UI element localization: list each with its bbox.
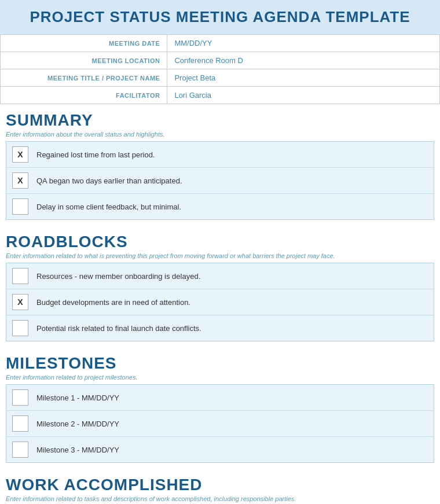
page-header: PROJECT STATUS MEETING AGENDA TEMPLATE (0, 0, 440, 34)
checkbox[interactable] (12, 442, 28, 458)
info-row: MEETING TITLE / PROJECT NAMEProject Beta (1, 69, 440, 87)
section-subtitle-work-accomplished: Enter information related to tasks and d… (0, 495, 440, 504)
list-item[interactable]: Milestone 1 - MM/DD/YY (6, 385, 434, 411)
section-subtitle-summary: Enter information about the overall stat… (0, 131, 440, 141)
info-label: MEETING TITLE / PROJECT NAME (1, 69, 167, 87)
checklist-item-text: Milestone 2 - MM/DD/YY (36, 420, 119, 428)
list-item[interactable]: XQA began two days earlier than anticipa… (6, 168, 434, 194)
info-label: MEETING LOCATION (1, 52, 167, 69)
info-value: Conference Room D (167, 52, 440, 69)
checkbox[interactable] (12, 415, 28, 432)
list-item[interactable]: Delay in some client feedback, but minim… (6, 194, 434, 219)
checklist-item-text: Regained lost time from last period. (36, 150, 155, 159)
checklist-item-text: Milestone 3 - MM/DD/YY (36, 446, 119, 454)
info-label: MEETING DATE (1, 35, 167, 52)
checklist-summary: XRegained lost time from last period.XQA… (6, 141, 434, 220)
list-item[interactable]: Milestone 2 - MM/DD/YY (6, 411, 434, 437)
checklist-milestones: Milestone 1 - MM/DD/YYMilestone 2 - MM/D… (6, 384, 434, 463)
info-row: MEETING DATEMM/DD/YY (1, 35, 440, 52)
section-title-work-accomplished: WORK ACCOMPLISHED (0, 469, 440, 495)
list-item[interactable]: XRegained lost time from last period. (6, 142, 434, 168)
page-title: PROJECT STATUS MEETING AGENDA TEMPLATE (6, 8, 434, 26)
checkbox[interactable]: X (12, 146, 28, 163)
list-item[interactable]: Resources - new member onboarding is del… (6, 263, 434, 289)
list-item[interactable]: Potential risk related to final launch d… (6, 315, 434, 341)
section-subtitle-roadblocks: Enter information related to what is pre… (0, 252, 440, 263)
info-value: Lori Garcia (167, 87, 440, 104)
checklist-item-text: Potential risk related to final launch d… (36, 324, 201, 333)
checklist-item-text: Milestone 1 - MM/DD/YY (36, 393, 119, 402)
checkbox[interactable]: X (12, 172, 28, 189)
checklist-item-text: Delay in some client feedback, but minim… (36, 203, 181, 211)
checkbox[interactable] (12, 198, 28, 215)
section-subtitle-milestones: Enter information related to project mil… (0, 374, 440, 384)
info-label: FACILITATOR (1, 87, 167, 104)
checklist-roadblocks: Resources - new member onboarding is del… (6, 263, 434, 341)
sections-container: SUMMARYEnter information about the overa… (0, 104, 440, 504)
checklist-item-text: Budget developments are in need of atten… (36, 298, 190, 307)
checklist-item-text: QA began two days earlier than anticipat… (36, 176, 182, 185)
info-row: MEETING LOCATIONConference Room D (1, 52, 440, 69)
checkbox[interactable]: X (12, 294, 28, 310)
checkbox[interactable] (12, 389, 28, 406)
checkbox[interactable] (12, 268, 28, 284)
list-item[interactable]: XBudget developments are in need of atte… (6, 289, 434, 315)
info-value: MM/DD/YY (167, 35, 440, 52)
section-title-roadblocks: ROADBLOCKS (0, 226, 440, 252)
info-value: Project Beta (167, 69, 440, 87)
info-table: MEETING DATEMM/DD/YYMEETING LOCATIONConf… (0, 34, 440, 104)
section-title-summary: SUMMARY (0, 104, 440, 131)
list-item[interactable]: Milestone 3 - MM/DD/YY (6, 437, 434, 462)
checklist-item-text: Resources - new member onboarding is del… (36, 272, 200, 281)
checkbox[interactable] (12, 320, 28, 336)
section-title-milestones: MILESTONES (0, 347, 440, 374)
info-row: FACILITATORLori Garcia (1, 87, 440, 104)
